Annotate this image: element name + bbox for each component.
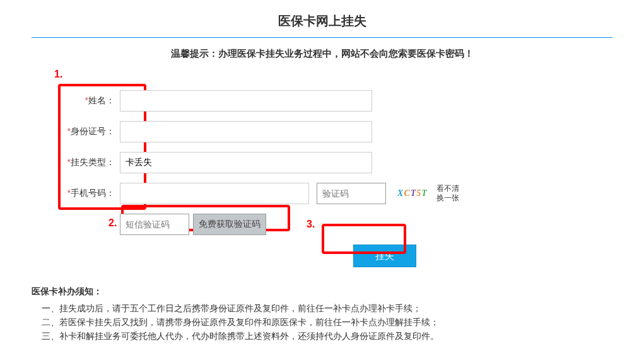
captcha-hints[interactable]: 看不清 换一张 <box>436 184 459 203</box>
name-field[interactable] <box>120 90 372 112</box>
notice-lines: 一、挂失成功后，请于五个工作日之后携带身份证原件及复印件，前往任一补卡点办理补卡… <box>32 301 612 343</box>
captcha-hint1[interactable]: 看不清 <box>436 184 459 193</box>
annotation-label-1: 1. <box>54 69 62 80</box>
captcha-image[interactable]: XCT5T <box>394 185 431 202</box>
sms-field[interactable] <box>120 214 189 235</box>
get-sms-button[interactable]: 免费获取验证码 <box>193 214 266 235</box>
tip-text: 温馨提示：办理医保卡挂失业务过程中，网站不会向您索要医保卡密码！ <box>32 48 612 60</box>
label-name-text: 姓名： <box>88 95 115 105</box>
label-losstype-text: 挂失类型： <box>71 157 115 167</box>
losstype-field[interactable] <box>120 152 372 173</box>
label-idnum-text: 身份证号： <box>71 126 115 136</box>
submit-button[interactable]: 挂失 <box>353 245 416 267</box>
phone-field[interactable] <box>120 183 309 204</box>
notice-title: 医保卡补办须知： <box>32 286 612 297</box>
label-phone: *手机号码： <box>57 188 120 199</box>
page-title: 医保卡网上挂失 <box>32 13 612 37</box>
label-idnum: *身份证号： <box>57 126 120 137</box>
label-name: *姓名： <box>57 95 120 107</box>
notice-line-1: 一、挂失成功后，请于五个工作日之后携带身份证原件及复印件，前往任一补卡点办理补卡… <box>42 301 612 315</box>
captcha-hint2[interactable]: 换一张 <box>436 193 459 203</box>
label-losstype: *挂失类型： <box>57 157 120 168</box>
notice-line-3: 三、补卡和解挂业务可委托他人代办，代办时除携带上述资料外，还须持代办人身份证原件… <box>42 329 612 343</box>
label-phone-text: 手机号码： <box>71 188 115 198</box>
idnum-field[interactable] <box>120 121 372 142</box>
form-area: 1. 2. 3. *姓名： *身份证号： *挂失类型： <box>57 78 612 267</box>
notice-line-2: 二、若医保卡挂失后又找到，请携带身份证原件及复印件和原医保卡，前往任一补卡点办理… <box>42 315 612 329</box>
captcha-field[interactable] <box>317 183 386 204</box>
divider <box>32 37 612 38</box>
